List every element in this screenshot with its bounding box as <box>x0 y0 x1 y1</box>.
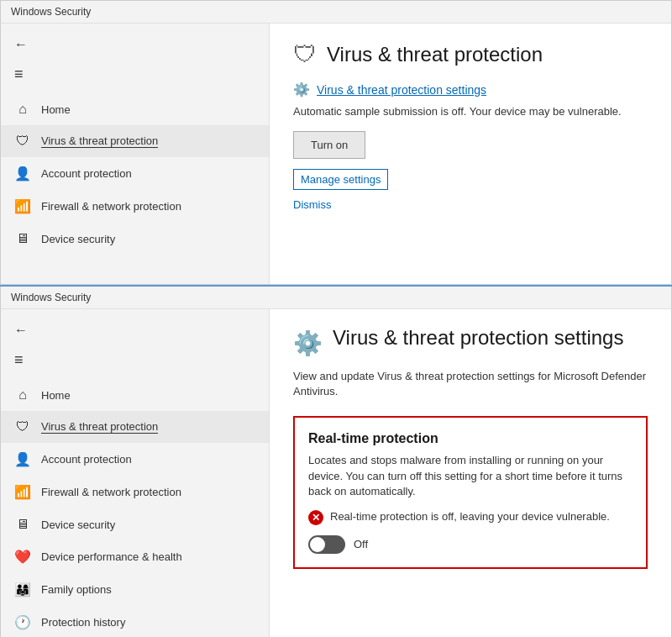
window-title-1: Windows Security <box>11 6 91 18</box>
sidebar-item-firewall-1[interactable]: 📶 Firewall & network protection <box>1 190 269 223</box>
back-button-1[interactable]: ← <box>1 30 269 59</box>
wifi-icon-1: 📶 <box>14 198 31 214</box>
monitor-icon-1: 🖥 <box>14 231 31 246</box>
page-shield-icon-1: 🛡 <box>293 40 317 68</box>
realtime-title: Real-time protection <box>308 431 633 446</box>
sidebar-label-home-2: Home <box>41 389 71 402</box>
title-bar-2: Windows Security <box>1 287 671 309</box>
warning-icon: ✕ <box>308 510 323 525</box>
page-title-2: Virus & threat protection settings <box>333 326 623 350</box>
main-content-1: 🛡 Virus & threat protection ⚙️ Virus & t… <box>270 24 671 284</box>
description-text-2: View and update Virus & threat protectio… <box>293 369 648 399</box>
toggle-label: Off <box>354 538 368 550</box>
sidebar-item-firewall-2[interactable]: 📶 Firewall & network protection <box>1 476 269 508</box>
sidebar-label-family-2: Family options <box>41 583 112 596</box>
history-icon-2: 🕐 <box>14 614 31 630</box>
back-button-2[interactable]: ← <box>1 316 269 345</box>
person-icon-2: 👤 <box>14 451 31 467</box>
menu-icon-2[interactable]: ≡ <box>1 345 269 376</box>
warning-row: ✕ Real-time protection is off, leaving y… <box>308 509 633 525</box>
warning-text: Real-time protection is off, leaving you… <box>330 509 610 524</box>
wifi-icon-2: 📶 <box>14 484 31 500</box>
sidebar-label-account-1: Account protection <box>41 167 132 180</box>
sidebar-1: ← ≡ ⌂ Home 🛡 Virus & threat protection 👤… <box>1 24 270 284</box>
settings-link-1[interactable]: Virus & threat protection settings <box>317 83 486 97</box>
page-title-1: Virus & threat protection <box>327 43 543 66</box>
sidebar-item-performance-2[interactable]: ❤️ Device performance & health <box>1 540 269 573</box>
turn-on-button[interactable]: Turn on <box>293 131 365 159</box>
manage-settings-link[interactable]: Manage settings <box>293 169 388 190</box>
sidebar-label-device-1: Device security <box>41 233 115 245</box>
sidebar-label-history-2: Protection history <box>41 616 125 629</box>
sidebar-label-home-1: Home <box>41 103 71 116</box>
sidebar-item-virus-2[interactable]: 🛡 Virus & threat protection <box>1 411 269 443</box>
main-content-2: ⚙️ Virus & threat protection settings Vi… <box>270 309 671 637</box>
gear-big-icon: ⚙️ <box>293 329 323 357</box>
home-icon-2: ⌂ <box>14 387 31 403</box>
sidebar-item-home-1[interactable]: ⌂ Home <box>1 93 269 125</box>
page-header-2: ⚙️ Virus & threat protection settings <box>293 326 648 357</box>
sidebar-label-firewall-2: Firewall & network protection <box>41 486 181 498</box>
sidebar-item-family-2[interactable]: 👨‍👩‍👧 Family options <box>1 573 269 606</box>
heart-icon-2: ❤️ <box>14 549 31 565</box>
window-1: Windows Security ← ≡ ⌂ Home 🛡 Virus & th… <box>0 0 672 285</box>
realtime-protection-section: Real-time protection Locates and stops m… <box>293 416 648 569</box>
sidebar-2: ← ≡ ⌂ Home 🛡 Virus & threat protection 👤… <box>1 309 270 637</box>
description-text-1: Automatic sample submission is off. Your… <box>293 104 648 119</box>
sidebar-item-home-2[interactable]: ⌂ Home <box>1 379 269 411</box>
back-icon-1: ← <box>14 37 28 51</box>
section-link-1: ⚙️ Virus & threat protection settings <box>293 82 648 97</box>
back-icon-2: ← <box>14 323 28 337</box>
sidebar-label-firewall-1: Firewall & network protection <box>41 200 181 213</box>
sidebar-label-device-2: Device security <box>41 519 115 531</box>
sidebar-item-history-2[interactable]: 🕐 Protection history <box>1 606 269 637</box>
home-icon-1: ⌂ <box>14 102 31 117</box>
realtime-toggle[interactable] <box>308 535 345 554</box>
sidebar-item-virus-1[interactable]: 🛡 Virus & threat protection <box>1 125 269 157</box>
family-icon-2: 👨‍👩‍👧 <box>14 582 31 598</box>
sidebar-label-virus-1: Virus & threat protection <box>41 134 158 148</box>
dismiss-link[interactable]: Dismiss <box>293 198 648 211</box>
sidebar-item-device-2[interactable]: 🖥 Device security <box>1 508 269 540</box>
sidebar-label-performance-2: Device performance & health <box>41 550 182 563</box>
person-icon-1: 👤 <box>14 166 31 182</box>
sidebar-label-virus-2: Virus & threat protection <box>41 420 158 434</box>
monitor-icon-2: 🖥 <box>14 517 31 532</box>
sidebar-label-account-2: Account protection <box>41 453 132 466</box>
window-2: Windows Security ← ≡ ⌂ Home 🛡 Virus & th… <box>0 287 672 637</box>
menu-icon-1[interactable]: ≡ <box>1 59 269 90</box>
sidebar-item-account-2[interactable]: 👤 Account protection <box>1 443 269 476</box>
page-header-1: 🛡 Virus & threat protection <box>293 40 648 68</box>
title-bar-1: Windows Security <box>1 1 671 24</box>
toggle-row: Off <box>308 535 633 554</box>
sidebar-item-account-1[interactable]: 👤 Account protection <box>1 157 269 190</box>
realtime-desc: Locates and stops malware from installin… <box>308 453 633 499</box>
sidebar-item-device-1[interactable]: 🖥 Device security <box>1 223 269 255</box>
shield-icon-2: 🛡 <box>14 419 31 434</box>
shield-icon-1: 🛡 <box>14 134 31 149</box>
gear-icon-1: ⚙️ <box>293 82 310 97</box>
window-title-2: Windows Security <box>11 292 91 303</box>
